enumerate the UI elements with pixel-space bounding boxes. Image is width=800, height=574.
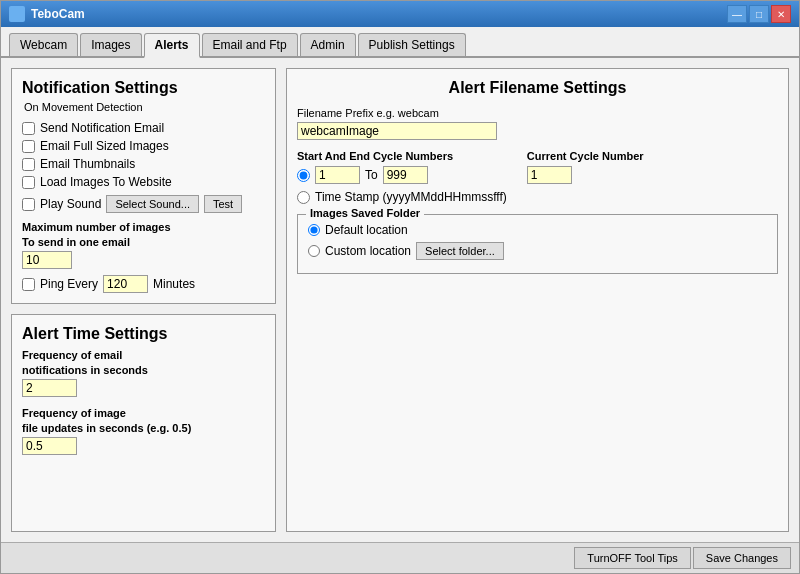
ping-checkbox[interactable]	[22, 278, 35, 291]
ping-input[interactable]	[103, 275, 148, 293]
tab-alerts[interactable]: Alerts	[144, 33, 200, 58]
play-sound-label: Play Sound	[40, 197, 101, 211]
alert-time-title: Alert Time Settings	[22, 325, 265, 343]
timestamp-label: Time Stamp (yyyyMMddHHmmssfff)	[315, 190, 507, 204]
max-images-input[interactable]	[22, 251, 72, 269]
alert-filename-title: Alert Filename Settings	[297, 79, 778, 97]
notification-subtitle: On Movement Detection	[24, 101, 265, 113]
custom-location-label: Custom location	[325, 244, 411, 258]
maximize-button[interactable]: □	[749, 5, 769, 23]
custom-location-row: Custom location Select folder...	[308, 242, 767, 260]
freq-image-input[interactable]	[22, 437, 77, 455]
email-thumbnails-checkbox[interactable]	[22, 158, 35, 171]
cycle-start-input[interactable]	[315, 166, 360, 184]
ping-label: Ping Every	[40, 277, 98, 291]
tab-admin[interactable]: Admin	[300, 33, 356, 56]
cycle-left: Start And End Cycle Numbers To Time Stam…	[297, 150, 507, 204]
max-images-label-line2: To send in one email	[22, 236, 265, 248]
cycle-to-label: To	[365, 168, 378, 182]
test-button[interactable]: Test	[204, 195, 242, 213]
tab-publish-settings[interactable]: Publish Settings	[358, 33, 466, 56]
select-folder-button[interactable]: Select folder...	[416, 242, 504, 260]
cycle-numbers-label: Start And End Cycle Numbers	[297, 150, 507, 162]
load-images-checkbox[interactable]	[22, 176, 35, 189]
current-cycle-section: Current Cycle Number	[527, 150, 644, 184]
email-thumbnails-label: Email Thumbnails	[40, 157, 135, 171]
timestamp-row: Time Stamp (yyyyMMddHHmmssfff)	[297, 190, 507, 204]
minimize-button[interactable]: —	[727, 5, 747, 23]
freq-email-label1: Frequency of email	[22, 349, 265, 361]
cycle-section: Start And End Cycle Numbers To Time Stam…	[297, 150, 778, 204]
cycle-row: To	[297, 166, 507, 184]
tab-webcam[interactable]: Webcam	[9, 33, 78, 56]
custom-location-radio[interactable]	[308, 245, 320, 257]
main-window: TeboCam — □ ✕ Webcam Images Alerts Email…	[0, 0, 800, 574]
cycle-end-input[interactable]	[383, 166, 428, 184]
max-images-section: Maximum number of images To send in one …	[22, 221, 265, 269]
images-saved-folder-group: Images Saved Folder Default location Cus…	[297, 214, 778, 274]
send-notification-checkbox[interactable]	[22, 122, 35, 135]
email-thumbnails-row: Email Thumbnails	[22, 157, 265, 171]
send-notification-label: Send Notification Email	[40, 121, 164, 135]
notification-title: Notification Settings	[22, 79, 265, 97]
email-full-sized-row: Email Full Sized Images	[22, 139, 265, 153]
title-bar: TeboCam — □ ✕	[1, 1, 799, 27]
folder-group-title: Images Saved Folder	[306, 207, 424, 219]
cycle-numbers-radio[interactable]	[297, 169, 310, 182]
app-icon	[9, 6, 25, 22]
freq-image-label2: file updates in seconds (e.g. 0.5)	[22, 422, 265, 434]
title-bar-left: TeboCam	[9, 6, 85, 22]
close-button[interactable]: ✕	[771, 5, 791, 23]
bottom-bar: TurnOFF Tool Tips Save Changes	[1, 542, 799, 573]
notification-settings-panel: Notification Settings On Movement Detect…	[11, 68, 276, 304]
ping-minutes-label: Minutes	[153, 277, 195, 291]
save-changes-button[interactable]: Save Changes	[693, 547, 791, 569]
title-controls: — □ ✕	[727, 5, 791, 23]
load-images-label: Load Images To Website	[40, 175, 172, 189]
main-content: Notification Settings On Movement Detect…	[1, 58, 799, 542]
timestamp-radio[interactable]	[297, 191, 310, 204]
default-location-label: Default location	[325, 223, 408, 237]
window-title: TeboCam	[31, 7, 85, 21]
select-sound-button[interactable]: Select Sound...	[106, 195, 199, 213]
filename-prefix-section: Filename Prefix e.g. webcam	[297, 107, 778, 140]
filename-prefix-label: Filename Prefix e.g. webcam	[297, 107, 778, 119]
freq-image-section: Frequency of image file updates in secon…	[22, 407, 265, 455]
left-panels: Notification Settings On Movement Detect…	[11, 68, 276, 532]
play-sound-checkbox[interactable]	[22, 198, 35, 211]
tab-images[interactable]: Images	[80, 33, 141, 56]
freq-email-input[interactable]	[22, 379, 77, 397]
turn-off-tips-button[interactable]: TurnOFF Tool Tips	[574, 547, 690, 569]
freq-image-label1: Frequency of image	[22, 407, 265, 419]
freq-email-label2: notifications in seconds	[22, 364, 265, 376]
default-location-row: Default location	[308, 223, 767, 237]
email-full-sized-label: Email Full Sized Images	[40, 139, 169, 153]
current-cycle-label: Current Cycle Number	[527, 150, 644, 162]
tab-email-ftp[interactable]: Email and Ftp	[202, 33, 298, 56]
email-full-sized-checkbox[interactable]	[22, 140, 35, 153]
panels-row: Notification Settings On Movement Detect…	[11, 68, 789, 532]
current-cycle-input[interactable]	[527, 166, 572, 184]
alert-time-settings-panel: Alert Time Settings Frequency of email n…	[11, 314, 276, 532]
load-images-row: Load Images To Website	[22, 175, 265, 189]
max-images-label-line1: Maximum number of images	[22, 221, 265, 233]
default-location-radio[interactable]	[308, 224, 320, 236]
freq-email-section: Frequency of email notifications in seco…	[22, 349, 265, 397]
alert-filename-settings-panel: Alert Filename Settings Filename Prefix …	[286, 68, 789, 532]
filename-prefix-input[interactable]	[297, 122, 497, 140]
play-sound-row: Play Sound Select Sound... Test	[22, 195, 265, 213]
ping-row: Ping Every Minutes	[22, 275, 265, 293]
tabs-bar: Webcam Images Alerts Email and Ftp Admin…	[1, 27, 799, 58]
send-notification-row: Send Notification Email	[22, 121, 265, 135]
